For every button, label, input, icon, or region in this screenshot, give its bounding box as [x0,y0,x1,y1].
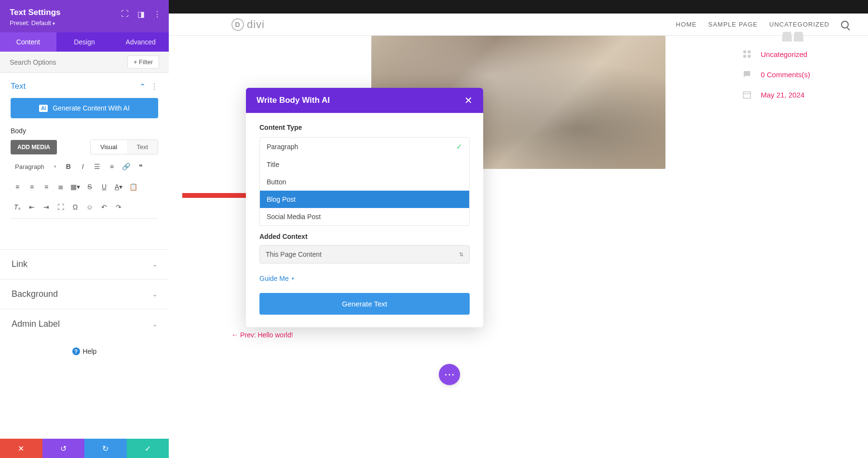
option-social-media-post[interactable]: Social Media Post [260,208,469,225]
nav-home[interactable]: HOME [676,21,697,28]
align-right-icon[interactable]: ≡ [40,180,53,193]
meta-comments[interactable]: 0 Comments(s) [742,69,810,79]
paragraph-dropdown[interactable]: Paragraph [11,163,61,171]
avatar-next-icon[interactable] [794,32,803,42]
meta-date-text: May 21, 2024 [760,91,804,99]
redo-changes-button[interactable]: ↻ [84,439,127,458]
search-input[interactable] [10,58,127,66]
modal-title: Write Body With AI [257,96,330,105]
align-center-icon[interactable]: ≡ [25,180,39,193]
strike-icon[interactable]: S [83,180,96,193]
underline-icon[interactable]: U [97,180,111,193]
section-collapse-toggle[interactable]: ⌃ ⋮ [139,82,158,91]
link-icon[interactable]: 🔗 [120,160,133,173]
add-media-button[interactable]: ADD MEDIA [11,140,57,154]
nav-sample-page[interactable]: SAMPLE PAGE [708,21,758,28]
settings-sidebar: Text Settings Preset: Default ⛶ ◨ ⋮ Cont… [0,0,169,458]
help-icon: ? [72,347,80,355]
ai-modal: Write Body With AI ✕ Content Type Paragr… [246,88,483,327]
option-paragraph-label: Paragraph [267,143,298,151]
bottom-actions: ✕ ↺ ↻ ✓ [0,439,169,458]
nav-uncategorized[interactable]: UNCATEGORIZED [769,21,829,28]
body-label: Body [11,127,158,135]
italic-icon[interactable]: I [76,160,90,173]
fullscreen-icon[interactable]: ⛶ [54,201,68,213]
ol-icon[interactable]: ≡ [105,160,119,173]
dock-icon[interactable]: ◨ [137,10,145,19]
option-paragraph[interactable]: Paragraph ✓ [260,138,469,156]
brand-text: divi [247,18,265,31]
align-left-icon[interactable]: ≡ [11,180,24,193]
meta-category[interactable]: Uncategorized [742,49,810,59]
option-button[interactable]: Button [260,173,469,191]
tab-content[interactable]: Content [0,32,56,52]
avatar-prev-icon[interactable] [782,32,792,42]
omega-icon[interactable]: Ω [68,201,82,213]
editor-toolbar: Paragraph B I ☰ ≡ 🔗 ❝ [11,157,158,176]
editor-textarea[interactable] [11,218,158,247]
table-icon[interactable]: ▦▾ [68,180,82,193]
chevron-down-icon: ⌄ [152,321,157,328]
expand-icon[interactable]: ⛶ [121,10,129,19]
meta-date[interactable]: May 21, 2024 [742,90,810,99]
option-button-label: Button [267,178,286,186]
tab-design[interactable]: Design [56,32,113,52]
preset-dropdown[interactable]: Preset: Default [10,19,159,27]
undo-icon[interactable]: ↶ [97,201,111,213]
undo-changes-button[interactable]: ↺ [42,439,85,458]
added-context-select[interactable]: This Page Content [259,245,470,264]
link-section[interactable]: Link ⌄ [0,249,169,279]
search-icon[interactable] [841,21,849,28]
redo-icon[interactable]: ↷ [112,201,125,213]
filter-button[interactable]: Filter [127,56,159,69]
close-button[interactable]: ✕ [0,439,42,458]
post-meta: Uncategorized 0 Comments(s) May 21, 2024 [742,49,810,99]
visual-tab[interactable]: Visual [91,140,127,154]
admin-label-section[interactable]: Admin Label ⌄ [0,309,169,339]
chevron-up-icon: ⌃ [139,82,146,91]
site-header: D divi HOME SAMPLE PAGE UNCATEGORIZED [169,14,868,36]
close-icon[interactable]: ✕ [464,95,473,106]
prev-post-link[interactable]: ← Prev: Hello world! [231,331,293,339]
sidebar-header: Text Settings Preset: Default ⛶ ◨ ⋮ [0,0,169,32]
indent-icon[interactable]: ⇥ [40,201,53,213]
site-logo[interactable]: D divi [231,18,265,31]
help-link[interactable]: ? Help [0,339,169,364]
calendar-icon [742,90,752,99]
guide-me-toggle[interactable]: Guide Me [259,275,294,282]
text-code-tab[interactable]: Text [127,140,158,154]
more-icon[interactable]: ⋮ [153,10,161,19]
ul-icon[interactable]: ☰ [91,160,104,173]
outdent-icon[interactable]: ⇤ [25,201,39,213]
option-blog-post-label: Blog Post [267,195,296,203]
svg-rect-1 [748,51,751,54]
added-context-label: Added Context [259,233,470,240]
meta-category-text: Uncategorized [760,50,807,58]
generate-content-label: Generate Content With AI [53,104,130,112]
content-type-label: Content Type [259,124,470,131]
check-icon: ✓ [456,142,462,151]
logo-icon: D [231,18,244,31]
option-blog-post[interactable]: Blog Post [260,191,469,208]
background-section[interactable]: Background ⌄ [0,279,169,309]
emoji-icon[interactable]: ☺ [83,201,96,213]
text-color-icon[interactable]: A▾ [112,180,125,193]
tab-advanced[interactable]: Advanced [112,32,169,52]
content-type-list: Paragraph ✓ Title Button Blog Post Socia… [259,137,470,226]
section-more-icon[interactable]: ⋮ [150,82,158,91]
chevron-down-icon: ⌄ [152,261,157,268]
align-justify-icon[interactable]: ≣ [54,180,68,193]
quote-icon[interactable]: ❝ [134,160,148,173]
bold-icon[interactable]: B [62,160,75,173]
generate-text-button[interactable]: Generate Text [259,293,470,315]
svg-rect-3 [748,55,751,58]
option-social-label: Social Media Post [267,213,321,221]
fab-button[interactable]: ⋯ [439,364,460,385]
text-section-title: Text [11,82,26,91]
admin-label-section-title: Admin Label [12,319,60,329]
save-button[interactable]: ✓ [127,439,169,458]
paste-icon[interactable]: 📋 [126,180,140,193]
option-title[interactable]: Title [260,156,469,173]
clear-format-icon[interactable]: Tₓ [11,201,24,213]
generate-content-button[interactable]: AI Generate Content With AI [11,98,158,118]
